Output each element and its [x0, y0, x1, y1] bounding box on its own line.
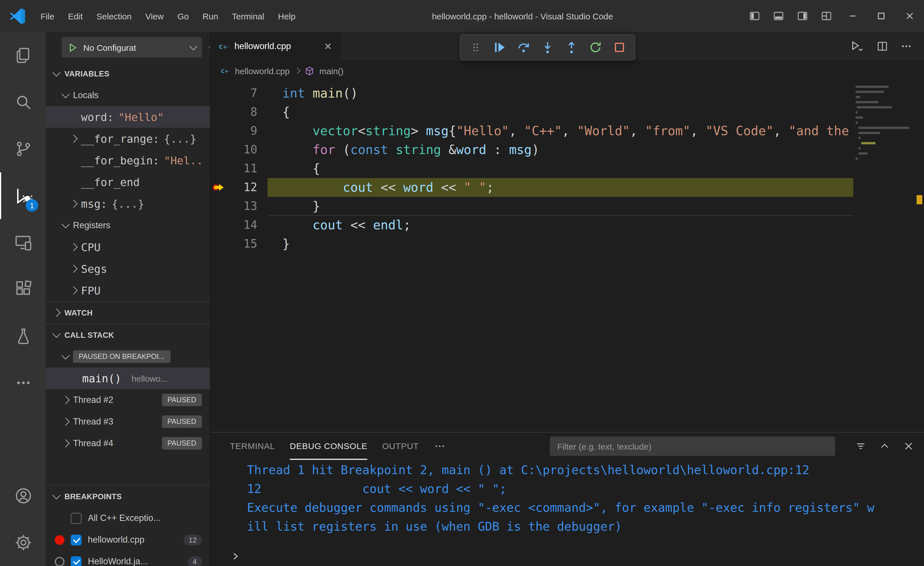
breakpoint-row[interactable]: All C++ Exceptio...: [46, 507, 210, 529]
panel-more-icon[interactable]: [434, 440, 446, 452]
debug-settings-gear-icon[interactable]: [208, 40, 210, 55]
more-actions-icon[interactable]: [900, 40, 913, 53]
breakpoint-gutter[interactable]: [210, 234, 228, 253]
console-filter-input[interactable]: [550, 437, 835, 456]
debug-continue-icon[interactable]: [489, 36, 510, 58]
code-line[interactable]: 15}: [210, 234, 924, 253]
toggle-secondary-sidebar-icon[interactable]: [790, 0, 814, 32]
breakpoint-gutter[interactable]: [210, 103, 228, 122]
code-line[interactable]: 8{: [210, 103, 924, 122]
maximize-panel-icon[interactable]: [878, 440, 891, 452]
menu-help[interactable]: Help: [271, 0, 302, 32]
register-group-row[interactable]: CPU: [46, 236, 210, 258]
debug-session-row[interactable]: PAUSED ON BREAKPOI...: [46, 346, 210, 368]
close-panel-icon[interactable]: [902, 440, 915, 452]
menu-file[interactable]: File: [34, 0, 61, 32]
thread-row[interactable]: Thread #4PAUSED: [46, 432, 210, 454]
toggle-panel-icon[interactable]: [766, 0, 790, 32]
menu-terminal[interactable]: Terminal: [225, 0, 271, 32]
console-prompt[interactable]: [210, 546, 924, 566]
minimap[interactable]: [855, 86, 914, 163]
code-line[interactable]: 7int main(): [210, 84, 924, 103]
debug-current-line-arrow-icon[interactable]: [210, 178, 228, 197]
debug-step-over-icon[interactable]: [513, 36, 534, 58]
minimize-button[interactable]: [838, 0, 867, 32]
code-line[interactable]: 11 {: [210, 159, 924, 178]
breakpoint-row[interactable]: HelloWorld.ja...4: [46, 551, 210, 566]
debug-config-dropdown[interactable]: No Configurat: [62, 37, 202, 58]
breakpoint-gutter[interactable]: [210, 197, 228, 216]
breakpoint-checkbox[interactable]: [71, 556, 82, 566]
breakpoint-checkbox[interactable]: [71, 534, 82, 545]
debug-stop-icon[interactable]: [609, 36, 630, 58]
code-line[interactable]: 14 cout << endl;: [210, 216, 924, 234]
code-line[interactable]: 9 vector<string> msg{"Hello", "C++", "Wo…: [210, 122, 924, 140]
start-debug-icon[interactable]: [67, 42, 78, 53]
variable-row[interactable]: __for_range:{...}: [46, 128, 210, 150]
variable-row[interactable]: msg:{...}: [46, 193, 210, 215]
customize-layout-icon[interactable]: [814, 0, 838, 32]
debug-step-out-icon[interactable]: [561, 36, 582, 58]
breakpoints-section-header[interactable]: BREAKPOINTS: [46, 485, 210, 507]
maximize-button[interactable]: [867, 0, 896, 32]
filter-icon[interactable]: [854, 440, 867, 452]
watch-section-header[interactable]: WATCH: [46, 301, 210, 324]
activitybar-explorer[interactable]: [0, 32, 46, 79]
activitybar-accounts[interactable]: [0, 473, 46, 519]
thread-row[interactable]: Thread #2PAUSED: [46, 389, 210, 411]
activitybar-source-control[interactable]: [0, 126, 46, 172]
breakpoint-gutter[interactable]: [210, 159, 228, 178]
tab-close-icon[interactable]: [323, 42, 333, 51]
menu-run[interactable]: Run: [196, 0, 225, 32]
breadcrumb-symbol[interactable]: main(): [320, 66, 344, 76]
breakpoint-checkbox[interactable]: [71, 513, 82, 524]
debug-step-into-icon[interactable]: [537, 36, 558, 58]
toggle-primary-sidebar-icon[interactable]: [742, 0, 766, 32]
overview-ruler[interactable]: [915, 81, 924, 432]
menu-view[interactable]: View: [139, 0, 171, 32]
breakpoint-row[interactable]: helloworld.cpp12: [46, 529, 210, 551]
variables-section-header[interactable]: VARIABLES: [46, 63, 210, 84]
register-group-row[interactable]: FPU: [46, 279, 210, 301]
variable-row[interactable]: __for_begin:"Hel...: [46, 150, 210, 171]
panel-tab-terminal[interactable]: TERMINAL: [230, 432, 275, 460]
variable-row[interactable]: word:"Hello": [46, 106, 210, 128]
activitybar-run-debug[interactable]: 1: [0, 172, 46, 219]
call-stack-section-header[interactable]: CALL STACK: [46, 324, 210, 346]
debug-console-output[interactable]: Thread 1 hit Breakpoint 2, main () at C:…: [210, 460, 924, 546]
menu-edit[interactable]: Edit: [61, 0, 90, 32]
activitybar-remote-explorer[interactable]: [0, 219, 46, 266]
tab-label: helloworld.cpp: [234, 41, 318, 51]
panel-tab-output[interactable]: OUTPUT: [382, 432, 418, 460]
code-editor[interactable]: 7int main()8{9 vector<string> msg{"Hello…: [210, 81, 924, 432]
stack-frame-row[interactable]: main() hellowo...: [46, 368, 210, 389]
split-editor-icon[interactable]: [876, 40, 889, 53]
activitybar-settings[interactable]: [0, 519, 46, 566]
code-line[interactable]: 12 cout << word << " ";: [210, 178, 924, 197]
breakpoint-gutter[interactable]: [210, 122, 228, 140]
code-line[interactable]: 13 }: [210, 197, 924, 216]
code-text: {: [267, 159, 853, 178]
panel-tab-debug-console[interactable]: DEBUG CONSOLE: [290, 432, 368, 460]
breadcrumb-file[interactable]: helloworld.cpp: [235, 66, 290, 76]
activitybar-search[interactable]: [0, 79, 46, 126]
registers-group-row[interactable]: Registers: [46, 215, 210, 236]
locals-group-row[interactable]: Locals: [46, 84, 210, 106]
register-group-row[interactable]: Segs: [46, 258, 210, 279]
breakpoint-gutter[interactable]: [210, 216, 228, 234]
activitybar-testing[interactable]: [0, 313, 46, 359]
activitybar-extensions[interactable]: [0, 266, 46, 313]
tab-helloworld-cpp[interactable]: C++ helloworld.cpp: [210, 32, 340, 60]
code-line[interactable]: 10 for (const string &word : msg): [210, 140, 924, 159]
breakpoint-gutter[interactable]: [210, 140, 228, 159]
close-button[interactable]: [896, 0, 924, 32]
breakpoint-gutter[interactable]: [210, 84, 228, 103]
activitybar-more[interactable]: [0, 359, 46, 406]
thread-row[interactable]: Thread #3PAUSED: [46, 411, 210, 432]
run-menu-icon[interactable]: [850, 40, 865, 53]
variable-row[interactable]: __for_end: [46, 171, 210, 193]
menu-go[interactable]: Go: [171, 0, 196, 32]
toolbar-drag-handle[interactable]: [465, 36, 486, 58]
menu-selection[interactable]: Selection: [90, 0, 138, 32]
debug-restart-icon[interactable]: [585, 36, 606, 58]
